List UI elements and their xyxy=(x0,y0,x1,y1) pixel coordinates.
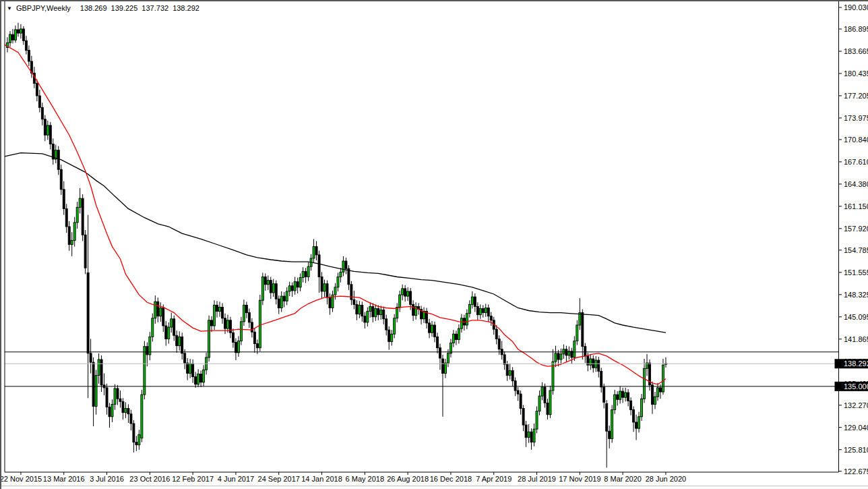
candle-body xyxy=(375,308,377,316)
candle-body xyxy=(307,266,309,277)
candle-body xyxy=(630,401,632,409)
candle-body xyxy=(617,395,619,399)
candle-body xyxy=(555,353,557,362)
axis-date-label: 22 Nov 2015 xyxy=(1,475,42,483)
symbol-timeframe-label: GBPJPY,Weekly xyxy=(16,4,71,12)
candle-body xyxy=(162,308,164,326)
candle-body xyxy=(108,407,111,416)
candle-body xyxy=(65,208,67,227)
candle-body xyxy=(49,125,51,144)
axis-price-label: 148.325 xyxy=(844,291,868,299)
candle-body xyxy=(544,387,546,403)
candle-body xyxy=(342,261,344,272)
axis-date-label: 8 Mar 2020 xyxy=(604,475,642,483)
candle-body xyxy=(291,286,293,291)
candle-body xyxy=(187,363,189,373)
candle-body xyxy=(76,207,78,222)
candle-body xyxy=(549,391,551,415)
candle-body xyxy=(476,306,478,314)
candle-body xyxy=(36,84,38,96)
candle-body xyxy=(253,332,255,343)
candle-body xyxy=(60,169,62,190)
candle-body xyxy=(512,370,514,380)
close-value: 138.292 xyxy=(173,4,199,12)
axis-price-label: 157.920 xyxy=(844,225,868,233)
candle-body xyxy=(590,359,592,365)
candle-body xyxy=(377,308,379,314)
candle-body xyxy=(288,286,290,291)
axis-price-label: 154.785 xyxy=(844,246,868,254)
candle-body xyxy=(627,393,629,401)
axis-price-label: 122.675 xyxy=(844,467,868,476)
candle-body xyxy=(98,359,100,375)
candle-body xyxy=(203,370,205,382)
axis-price-label: 183.665 xyxy=(844,47,868,55)
candle-body xyxy=(46,125,49,135)
candle-body xyxy=(315,247,317,255)
axis-date-label: 4 Jun 2017 xyxy=(218,475,254,483)
candle-body xyxy=(71,240,73,244)
candle-body xyxy=(407,291,409,296)
candle-body xyxy=(654,397,656,404)
candle-body xyxy=(576,325,578,341)
axis-price-label: 141.865 xyxy=(844,335,868,343)
candle-body xyxy=(272,284,274,293)
candle-body xyxy=(305,271,307,277)
candle-body xyxy=(479,308,481,314)
candle-body xyxy=(609,431,611,438)
candle-body xyxy=(437,337,439,347)
chevron-down-icon[interactable]: ▼ xyxy=(7,5,12,12)
axis-date-label: 12 Feb 2017 xyxy=(172,475,214,483)
candle-body xyxy=(222,307,224,318)
candle-body xyxy=(367,312,369,322)
candle-body xyxy=(402,289,404,295)
candle-body xyxy=(68,227,70,245)
candle-body xyxy=(216,305,218,311)
candle-body xyxy=(200,374,202,382)
axis-date-label: 28 Jul 2019 xyxy=(518,475,556,483)
candle-body xyxy=(460,318,462,328)
candle-body xyxy=(439,348,441,358)
candle-body xyxy=(135,442,137,445)
candle-body xyxy=(323,284,326,291)
candle-body xyxy=(192,364,194,376)
candle-body xyxy=(280,296,282,308)
candle-body xyxy=(369,306,371,311)
candle-body xyxy=(644,368,646,399)
axis-date-label: 16 Dec 2018 xyxy=(430,475,472,483)
candle-body xyxy=(606,403,608,431)
axis-price-label: 170.840 xyxy=(844,136,868,144)
axis-date-label: 13 Mar 2016 xyxy=(43,475,85,483)
candle-body xyxy=(622,391,624,397)
candle-body xyxy=(152,318,154,337)
axis-price-label: 129.040 xyxy=(844,424,868,432)
axis-date-label: 3 Jul 2016 xyxy=(90,475,124,483)
candle-body xyxy=(503,355,505,364)
candle-body xyxy=(44,119,46,135)
candle-body xyxy=(106,388,108,407)
price-chart[interactable]: 138.635135.405190.030186.895183.665180.4… xyxy=(1,1,868,489)
candle-body xyxy=(283,296,285,301)
candle-body xyxy=(659,388,661,392)
candle-body xyxy=(261,277,264,301)
candle-body xyxy=(22,29,24,40)
candle-body xyxy=(184,353,186,363)
axis-date-label: 17 Nov 2019 xyxy=(559,475,600,483)
candle-body xyxy=(100,359,102,385)
axis-date-label: 23 Oct 2016 xyxy=(129,475,170,483)
axis-price-label: 145.095 xyxy=(844,313,868,321)
candle-body xyxy=(173,319,175,336)
candle-body xyxy=(264,277,266,285)
candle-body xyxy=(329,297,331,308)
candle-body xyxy=(525,425,527,437)
candle-body xyxy=(181,337,183,353)
candle-body xyxy=(452,334,454,343)
candle-body xyxy=(195,377,197,384)
candle-body xyxy=(468,304,470,313)
window-bottom-divider xyxy=(1,486,868,486)
candle-body xyxy=(466,314,468,325)
candle-body xyxy=(226,320,228,328)
candle-body xyxy=(652,385,654,405)
candle-body xyxy=(57,150,59,170)
candle-body xyxy=(429,323,431,333)
